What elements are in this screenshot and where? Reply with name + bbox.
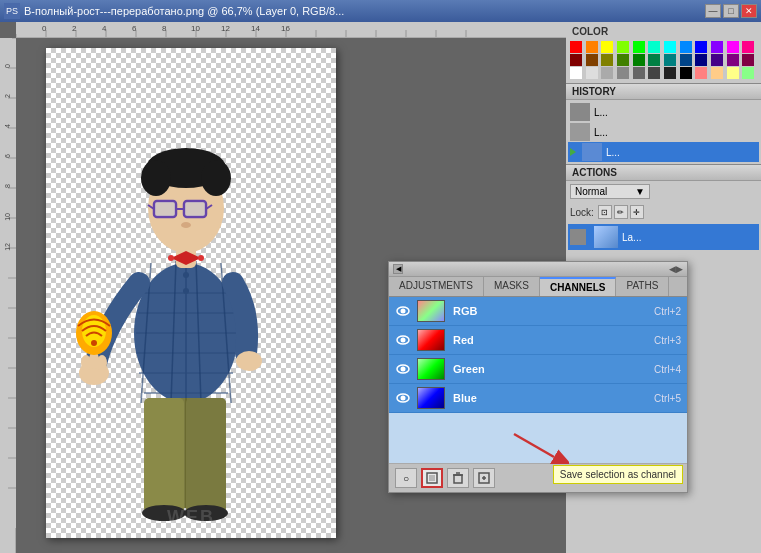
swatch[interactable]	[570, 41, 582, 53]
save-selection-button[interactable]	[421, 468, 443, 488]
swatch[interactable]	[711, 67, 723, 79]
app-icon: PS	[4, 3, 20, 19]
swatch[interactable]	[695, 41, 707, 53]
new-channel-button[interactable]	[473, 468, 495, 488]
lock-label: Lock:	[570, 207, 594, 218]
maximize-button[interactable]: □	[723, 4, 739, 18]
swatch[interactable]	[727, 41, 739, 53]
swatch[interactable]	[680, 54, 692, 66]
panel-collapse-button[interactable]: ◀	[393, 264, 403, 274]
swatch[interactable]	[711, 54, 723, 66]
color-panel: COLOR	[566, 22, 761, 84]
swatch[interactable]	[601, 54, 613, 66]
swatch[interactable]	[633, 54, 645, 66]
channels-panel: ◀ ◀▶ ADJUSTMENTS MASKS CHANNELS PATHS RG…	[388, 261, 688, 493]
swatch[interactable]	[633, 67, 645, 79]
svg-text:4: 4	[102, 24, 107, 33]
swatch[interactable]	[711, 41, 723, 53]
history-item[interactable]: L...	[568, 122, 759, 142]
channel-row-blue[interactable]: Blue Ctrl+5	[389, 384, 687, 413]
channel-row-red[interactable]: Red Ctrl+3	[389, 326, 687, 355]
svg-text:8: 8	[162, 24, 167, 33]
swatch[interactable]	[680, 41, 692, 53]
swatch[interactable]	[742, 41, 754, 53]
layer-label: La...	[622, 232, 641, 243]
minimize-button[interactable]: —	[705, 4, 721, 18]
layer-row[interactable]: La...	[568, 224, 759, 250]
svg-point-86	[236, 351, 262, 371]
blend-mode-dropdown[interactable]: Normal ▼	[570, 184, 650, 199]
swatch[interactable]	[633, 41, 645, 53]
tab-masks[interactable]: MASKS	[484, 277, 540, 296]
lock-image-button[interactable]: ✏	[614, 205, 628, 219]
close-button[interactable]: ✕	[741, 4, 757, 18]
history-item-active[interactable]: L...	[568, 142, 759, 162]
channel-thumbnail	[417, 300, 445, 322]
actions-content: Normal ▼ Lock: ⊡ ✏ ✛ La.	[566, 181, 761, 252]
window-title: B-полный-рост---переработано.png @ 66,7%…	[24, 5, 705, 17]
swatch[interactable]	[617, 41, 629, 53]
channel-row-green[interactable]: Green Ctrl+4	[389, 355, 687, 384]
eye-icon[interactable]	[395, 390, 411, 406]
swatch[interactable]	[742, 67, 754, 79]
swatch[interactable]	[586, 54, 598, 66]
swatch[interactable]	[617, 54, 629, 66]
svg-point-85	[91, 340, 97, 346]
svg-text:0: 0	[4, 64, 11, 68]
channel-shortcut-green: Ctrl+4	[654, 364, 681, 375]
history-thumb	[582, 143, 602, 161]
delete-channel-button[interactable]	[447, 468, 469, 488]
swatch[interactable]	[742, 54, 754, 66]
swatch[interactable]	[648, 54, 660, 66]
svg-text:2: 2	[72, 24, 77, 33]
layer-thumbnail	[594, 226, 618, 248]
swatch[interactable]	[664, 54, 676, 66]
swatch[interactable]	[570, 54, 582, 66]
channel-thumbnail	[417, 329, 445, 351]
history-item[interactable]: L...	[568, 102, 759, 122]
lock-position-button[interactable]: ✛	[630, 205, 644, 219]
swatch[interactable]	[664, 67, 676, 79]
swatch[interactable]	[648, 67, 660, 79]
svg-rect-72	[155, 202, 175, 216]
swatch[interactable]	[680, 67, 692, 79]
eye-icon[interactable]	[395, 303, 411, 319]
swatch[interactable]	[664, 41, 676, 53]
dropdown-arrow-icon: ▼	[635, 186, 645, 197]
svg-point-93	[183, 272, 189, 278]
watermark: WEB	[167, 507, 215, 528]
history-item-label: L...	[606, 147, 620, 158]
swatch[interactable]	[695, 54, 707, 66]
swatch[interactable]	[648, 41, 660, 53]
swatch[interactable]	[570, 67, 582, 79]
tab-channels[interactable]: CHANNELS	[540, 277, 617, 296]
lock-icons: ⊡ ✏ ✛	[598, 205, 644, 219]
load-channel-button[interactable]: ○	[395, 468, 417, 488]
swatch[interactable]	[586, 67, 598, 79]
channel-row-rgb[interactable]: RGB Ctrl+2	[389, 297, 687, 326]
swatch[interactable]	[601, 67, 613, 79]
history-panel-header: HISTORY	[566, 84, 761, 100]
title-bar: PS B-полный-рост---переработано.png @ 66…	[0, 0, 761, 22]
channel-name-rgb: RGB	[453, 305, 654, 317]
channel-name-blue: Blue	[453, 392, 654, 404]
eye-icon[interactable]	[395, 361, 411, 377]
tab-paths[interactable]: PATHS	[616, 277, 669, 296]
swatch[interactable]	[727, 67, 739, 79]
swatch[interactable]	[601, 41, 613, 53]
swatch[interactable]	[586, 41, 598, 53]
tab-adjustments[interactable]: ADJUSTMENTS	[389, 277, 484, 296]
channels-title-bar: ◀ ◀▶	[389, 262, 687, 277]
svg-rect-0	[16, 22, 566, 38]
svg-text:0: 0	[42, 24, 47, 33]
swatch[interactable]	[727, 54, 739, 66]
svg-rect-73	[185, 202, 205, 216]
actions-title: ACTIONS	[572, 167, 617, 178]
swatch[interactable]	[617, 67, 629, 79]
svg-point-82	[97, 355, 107, 371]
eye-icon[interactable]	[395, 332, 411, 348]
layer-item[interactable]: La...	[568, 224, 759, 250]
channel-shortcut-rgb: Ctrl+2	[654, 306, 681, 317]
lock-transparent-button[interactable]: ⊡	[598, 205, 612, 219]
swatch[interactable]	[695, 67, 707, 79]
